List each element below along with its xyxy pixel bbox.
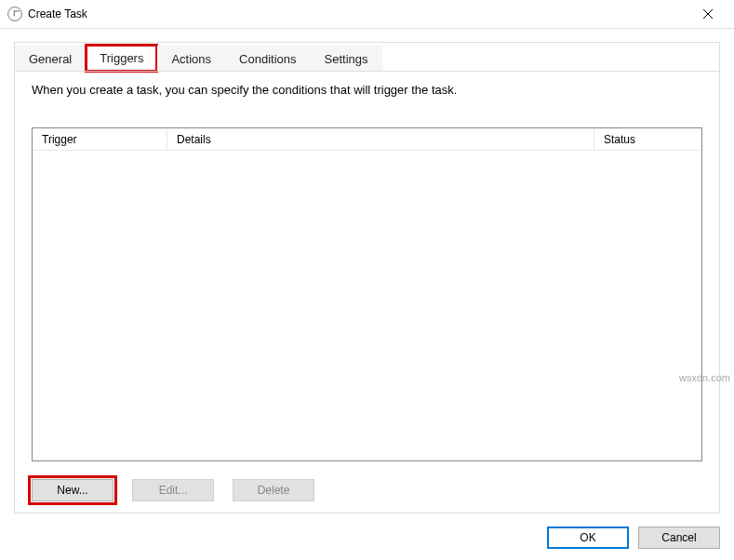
column-status[interactable]: Status — [594, 129, 701, 150]
table-header: Trigger Details Status — [33, 128, 701, 151]
column-details[interactable]: Details — [167, 129, 594, 150]
cancel-button[interactable]: Cancel — [638, 527, 720, 549]
dialog-content: General Triggers Actions Conditions Sett… — [14, 42, 720, 513]
new-button[interactable]: New... — [32, 479, 113, 501]
close-icon — [703, 9, 713, 19]
column-trigger[interactable]: Trigger — [33, 129, 167, 150]
watermark: wsxdn.com — [679, 372, 730, 383]
window-title: Create Task — [28, 7, 689, 20]
tab-general[interactable]: General — [15, 46, 86, 72]
dialog-buttons: OK Cancel — [547, 527, 720, 549]
tab-actions[interactable]: Actions — [157, 46, 225, 72]
triggers-table[interactable]: Trigger Details Status — [32, 127, 702, 461]
tab-strip: General Triggers Actions Conditions Sett… — [15, 44, 719, 72]
tab-settings[interactable]: Settings — [311, 46, 382, 72]
action-buttons: New... Edit... Delete — [32, 479, 702, 501]
delete-button: Delete — [233, 479, 314, 501]
close-button[interactable] — [689, 1, 727, 27]
ok-button[interactable]: OK — [547, 527, 629, 549]
tab-panel-triggers: When you create a task, you can specify … — [15, 71, 719, 513]
instruction-text: When you create a task, you can specify … — [15, 72, 719, 113]
task-scheduler-icon — [7, 7, 22, 21]
titlebar: Create Task — [0, 0, 734, 29]
edit-button: Edit... — [132, 479, 214, 501]
tab-conditions[interactable]: Conditions — [225, 46, 310, 72]
tab-triggers[interactable]: Triggers — [86, 45, 157, 72]
